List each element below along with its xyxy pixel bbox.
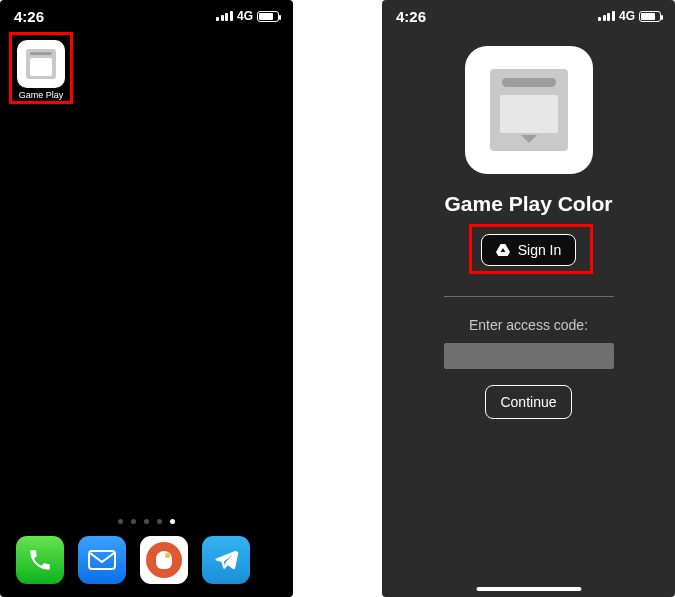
telegram-icon xyxy=(213,547,239,573)
continue-button[interactable]: Continue xyxy=(485,385,571,419)
phone-icon xyxy=(27,547,53,573)
battery-icon xyxy=(639,11,661,22)
access-code-input[interactable] xyxy=(444,343,614,369)
status-indicators: 4G xyxy=(216,9,279,23)
phone-home-screen: 4:26 4G Game Play xyxy=(0,0,293,597)
divider xyxy=(444,296,614,297)
phone-app-signin: 4:26 4G Game Play Color Sign In Enter ac… xyxy=(382,0,675,597)
app-logo xyxy=(465,46,593,174)
highlight-signin xyxy=(469,224,593,274)
dock xyxy=(8,530,285,590)
dock-app-mail[interactable] xyxy=(78,536,126,584)
google-drive-icon xyxy=(496,244,510,256)
network-label: 4G xyxy=(237,9,253,23)
svg-rect-0 xyxy=(89,551,115,569)
signal-icon xyxy=(216,11,233,21)
dock-app-duckduckgo[interactable] xyxy=(140,536,188,584)
app-label-gameplay: Game Play xyxy=(12,90,70,100)
status-time: 4:26 xyxy=(396,8,426,25)
cartridge-icon xyxy=(490,69,568,151)
status-indicators: 4G xyxy=(598,9,661,23)
mail-icon xyxy=(88,550,116,570)
status-bar: 4:26 4G xyxy=(0,0,293,26)
status-time: 4:26 xyxy=(14,8,44,25)
cartridge-icon xyxy=(26,49,56,79)
home-indicator[interactable] xyxy=(476,587,581,591)
signal-icon xyxy=(598,11,615,21)
duckduckgo-icon xyxy=(146,542,182,578)
signin-screen: Game Play Color Sign In Enter access cod… xyxy=(382,26,675,419)
dock-app-phone[interactable] xyxy=(16,536,64,584)
battery-icon xyxy=(257,11,279,22)
app-icon-gameplay[interactable] xyxy=(17,40,65,88)
page-indicator[interactable] xyxy=(0,519,293,524)
dock-app-telegram[interactable] xyxy=(202,536,250,584)
access-code-label: Enter access code: xyxy=(469,317,588,333)
status-bar: 4:26 4G xyxy=(382,0,675,26)
network-label: 4G xyxy=(619,9,635,23)
app-title: Game Play Color xyxy=(444,192,612,216)
